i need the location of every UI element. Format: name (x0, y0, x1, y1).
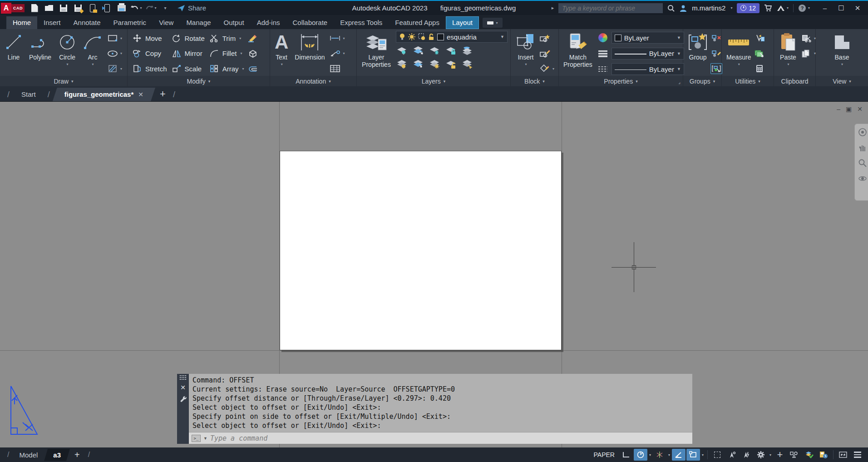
arc-button[interactable]: Arc ▾ (81, 31, 104, 76)
edit-block-button[interactable] (539, 48, 551, 59)
open-from-web-mobile-button[interactable] (86, 2, 99, 14)
stretch-button[interactable]: Stretch (130, 63, 169, 75)
arc-caret-icon[interactable]: ▾ (92, 61, 94, 68)
workspace-caret-icon[interactable]: ▾ (769, 453, 772, 457)
tab-insert[interactable]: Insert (37, 16, 67, 29)
hatch-button[interactable] (107, 63, 118, 74)
save-as-button[interactable] (72, 2, 84, 14)
save-button[interactable] (57, 2, 70, 14)
circle-button[interactable]: Circle ▾ (56, 31, 79, 76)
autodesk-caret-icon[interactable]: ▾ (787, 6, 789, 10)
rectangle-caret-icon[interactable]: ▾ (120, 36, 122, 40)
command-customize-wrench-icon[interactable] (180, 396, 187, 402)
osnap-caret-icon[interactable]: ▾ (701, 453, 705, 457)
leader-button[interactable] (329, 48, 341, 59)
help-button[interactable]: ? ▾ (798, 4, 810, 12)
trim-button[interactable]: Trim ▾ (207, 32, 246, 44)
app-logo-icon[interactable]: A CAD (1, 1, 25, 15)
layer-thaw-button[interactable] (429, 59, 440, 70)
layer-previous-button[interactable] (461, 59, 473, 70)
model-tab[interactable]: Model (13, 449, 44, 461)
customization-menu-button[interactable] (851, 449, 864, 461)
layer-unlock-button[interactable] (445, 59, 457, 70)
search-icon[interactable] (667, 5, 675, 12)
tab-express-tools[interactable]: Express Tools (334, 16, 389, 29)
tab-collaborate[interactable]: Collaborate (286, 16, 334, 29)
linetype-icon[interactable] (597, 64, 609, 75)
command-input-placeholder[interactable]: Type a command (210, 434, 267, 442)
panel-cap-layers[interactable]: Layers▾ (357, 76, 510, 86)
ungroup-button[interactable] (710, 33, 722, 44)
snap-mode-toggle[interactable] (634, 449, 647, 461)
command-window[interactable]: ✕ Command: OFFSET Current settings: Eras… (177, 374, 692, 444)
cart-icon[interactable] (764, 5, 772, 12)
text-caret-icon[interactable]: ▾ (281, 61, 283, 68)
panel-cap-properties[interactable]: Properties▾ ⌟ (559, 76, 683, 86)
isodraft-caret-icon[interactable]: ▾ (667, 453, 671, 457)
undo-caret-icon[interactable]: ▾ (140, 6, 142, 10)
panel-cap-block[interactable]: Block▾ (511, 76, 558, 86)
layout-paper-sheet[interactable] (280, 151, 562, 350)
measure-caret-icon[interactable]: ▾ (738, 61, 740, 68)
annotation-visibility-toggle[interactable] (788, 449, 801, 461)
panel-cap-groups[interactable]: Groups▾ (683, 76, 721, 86)
tab-featured-apps[interactable]: Featured Apps (389, 16, 446, 29)
trial-days-badge[interactable]: 12 (737, 3, 760, 13)
layer-freeze-button[interactable] (429, 45, 440, 56)
layer-lock-button[interactable] (445, 45, 457, 56)
scale-button[interactable]: Scale (170, 63, 207, 75)
tab-annotate[interactable]: Annotate (67, 16, 107, 29)
layer-make-current-button[interactable] (461, 45, 473, 56)
new-layout-button[interactable]: + (70, 450, 84, 460)
clean-screen-toggle[interactable] (836, 449, 850, 461)
tab-home[interactable]: Home (6, 16, 37, 29)
paste-caret-icon[interactable]: ▾ (787, 61, 789, 68)
define-attributes-button[interactable] (539, 63, 551, 74)
pan-hand-icon[interactable] (858, 143, 867, 152)
graphics-performance-toggle[interactable] (802, 449, 816, 461)
object-color-wheel-icon[interactable] (597, 32, 609, 43)
command-input-row[interactable]: >_ ▼ Type a command (189, 432, 692, 444)
create-block-button[interactable] (539, 33, 551, 44)
rotate-button[interactable]: Rotate (170, 32, 207, 44)
object-snap-tracking-toggle[interactable] (672, 449, 686, 461)
save-status-button[interactable] (817, 449, 830, 461)
panel-cap-utilities[interactable]: Utilities▾ (722, 76, 774, 86)
grid-display-toggle[interactable] (619, 449, 633, 461)
help-caret-icon[interactable]: ▾ (808, 6, 810, 10)
copy-button[interactable]: Copy (130, 48, 169, 60)
table-button[interactable] (329, 63, 341, 74)
plot-button[interactable] (115, 2, 128, 14)
user-avatar-icon[interactable] (679, 4, 687, 12)
navigation-bar[interactable] (854, 124, 868, 201)
viewport-close-icon[interactable]: ✕ (857, 105, 863, 113)
minimize-button[interactable]: – (817, 2, 833, 15)
polyline-button[interactable]: Polyline (27, 31, 53, 76)
explode-button[interactable] (247, 48, 259, 59)
layer-isolate-button[interactable] (412, 45, 424, 56)
tab-add-ins[interactable]: Add-ins (251, 16, 286, 29)
leader-caret-icon[interactable]: ▾ (343, 51, 345, 55)
paper-space-toggle[interactable]: PAPER (590, 451, 618, 458)
move-button[interactable]: Move (130, 32, 169, 44)
isometric-drafting-toggle[interactable] (653, 449, 666, 461)
layer-walk-button[interactable] (412, 59, 424, 70)
lineweight-combo[interactable]: ByLayer ▼ (612, 48, 684, 60)
command-history[interactable]: Command: OFFSET Current settings: Erase … (189, 374, 692, 432)
new-file-button[interactable] (28, 2, 41, 14)
file-tab-drawing[interactable]: figuras_geometricas* ✕ (53, 88, 155, 101)
fillet-caret-icon[interactable]: ▾ (240, 51, 242, 55)
layer-combo-caret-icon[interactable]: ▼ (500, 35, 504, 39)
panel-cap-draw[interactable]: Draw▾ (0, 76, 127, 86)
command-close-icon[interactable]: ✕ (180, 384, 186, 391)
layer-off-button[interactable] (396, 45, 408, 56)
tab-parametric[interactable]: Parametric (107, 16, 153, 29)
orbit-icon[interactable] (858, 174, 867, 183)
ribbon-display-toggle-button[interactable]: ▾ (483, 18, 503, 28)
circle-caret-icon[interactable]: ▾ (67, 61, 69, 68)
dimension-linear-caret-icon[interactable]: ▾ (343, 36, 345, 40)
group-edit-button[interactable] (710, 48, 722, 59)
base-button[interactable]: Base ▾ (829, 31, 855, 76)
dynamic-ucs-toggle[interactable] (740, 449, 753, 461)
text-button[interactable]: A Text ▾ (273, 31, 290, 76)
